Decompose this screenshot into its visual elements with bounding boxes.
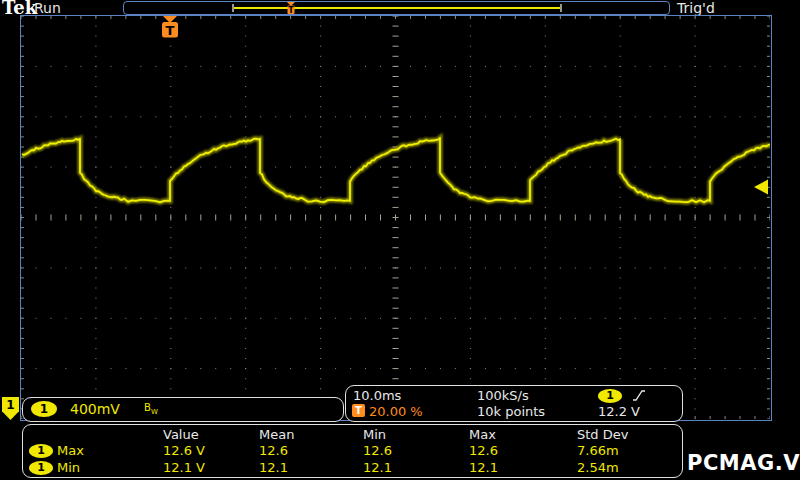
graticule: T — [20, 15, 772, 421]
record-window-bracket-left — [232, 4, 234, 12]
meas-header-mean: Mean — [259, 427, 294, 442]
meas-name: Max — [57, 443, 84, 458]
meas-max: 12.1 — [469, 460, 498, 475]
meas-header-min: Min — [363, 427, 386, 442]
bandwidth-limit-icon: BW — [144, 402, 158, 416]
meas-name: Min — [57, 460, 80, 475]
meas-value: 12.6 V — [163, 443, 205, 458]
trigger-level-arrow-icon — [754, 180, 768, 195]
meas-min: 12.6 — [363, 443, 392, 458]
trigger-t-badge: T — [352, 404, 365, 417]
trigger-source-badge: 1 — [598, 389, 622, 403]
time-per-div: 10.0ms — [353, 388, 401, 403]
record-length: 10k points — [477, 404, 545, 419]
waveform-display: T — [21, 16, 770, 419]
channel-1-position-marker[interactable]: 1 — [2, 397, 19, 420]
record-window-bracket-right — [560, 4, 562, 12]
watermark: PCMAG.VN — [687, 451, 800, 475]
record-window-line — [234, 7, 561, 9]
meas-min: 12.1 — [363, 460, 392, 475]
svg-text:T: T — [166, 23, 175, 38]
trigger-level: 12.2 V — [598, 404, 640, 419]
sample-rate: 100kS/s — [477, 388, 529, 403]
trigger-position-percent: 20.00 % — [369, 404, 423, 419]
rising-edge-icon — [632, 388, 646, 403]
meas-stddev: 2.54m — [577, 460, 619, 475]
trigger-position-icon: T — [162, 16, 178, 38]
meas-stddev: 7.66m — [577, 443, 619, 458]
meas-channel-badge: 1 — [29, 444, 53, 458]
svg-text:T: T — [288, 6, 294, 15]
horizontal-trigger-readout-box[interactable]: 10.0ms 100kS/s 1 T 20.00 % 10k points 12… — [345, 385, 683, 422]
oscilloscope-screen: { "header": { "brand": "Tek", "acq_statu… — [0, 0, 800, 480]
channel-1-badge: 1 — [31, 401, 57, 417]
record-view-bar[interactable]: T — [123, 1, 670, 15]
meas-header-stddev: Std Dev — [577, 427, 628, 442]
record-trigger-position-icon[interactable]: T — [285, 2, 297, 15]
measurements-box[interactable]: Value Mean Min Max Std Dev 1 Max 12.6 V … — [22, 424, 683, 478]
meas-channel-badge: 1 — [29, 461, 53, 475]
meas-value: 12.1 V — [163, 460, 205, 475]
meas-header-value: Value — [163, 427, 199, 442]
trigger-status: Trig'd — [677, 0, 715, 16]
meas-header-max: Max — [469, 427, 496, 442]
meas-mean: 12.6 — [259, 443, 288, 458]
volts-per-div: 400mV — [70, 401, 120, 417]
meas-max: 12.6 — [469, 443, 498, 458]
acquisition-status: Run — [34, 0, 61, 16]
channel-readout-box[interactable]: 1 400mV BW — [22, 397, 344, 422]
meas-mean: 12.1 — [259, 460, 288, 475]
